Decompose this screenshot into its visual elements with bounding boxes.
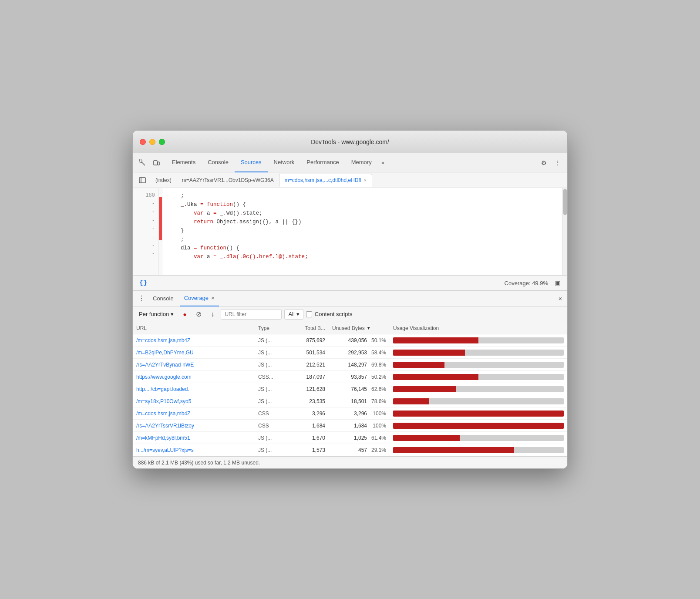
svg-rect-3	[158, 162, 159, 165]
tab-console[interactable]: Console	[202, 153, 235, 172]
row-viz	[390, 435, 567, 441]
panel-tab-console[interactable]: Console	[148, 291, 178, 306]
row-viz	[390, 374, 567, 380]
minimize-button[interactable]	[149, 139, 155, 145]
line-numbers: 180 - - - - - - -	[133, 188, 159, 275]
table-row[interactable]: http... /cb=gapi.loaded. JS (... 121,628…	[133, 383, 567, 395]
download-coverage-button[interactable]: ↓	[207, 309, 218, 320]
sidebar-toggle-icon[interactable]	[136, 174, 148, 186]
row-type: JS (...	[255, 398, 289, 404]
row-url: https://www.google.com	[133, 374, 255, 380]
line-num-blank6: -	[133, 242, 158, 250]
row-total: 212,521	[289, 362, 329, 368]
row-unused: 76,145 62.6%	[329, 386, 390, 392]
table-row[interactable]: https://www.google.com CSS... 187,097 93…	[133, 371, 567, 383]
header-type: Type	[255, 325, 289, 331]
svg-rect-0	[139, 160, 142, 162]
tab-sources[interactable]: Sources	[235, 153, 268, 172]
line-num-blank2: -	[133, 208, 158, 216]
status-text: 886 kB of 2.1 MB (43%) used so far, 1.2 …	[138, 460, 260, 466]
row-url: h.../m=syev,aLUfP?xjs=s	[133, 447, 255, 453]
maximize-button[interactable]	[159, 139, 165, 145]
row-unused: 148,297 69.8%	[329, 362, 390, 368]
file-tab-index[interactable]: (index)	[150, 174, 177, 187]
per-function-dropdown[interactable]: Per function ▾	[136, 310, 176, 319]
file-tab-rs[interactable]: rs=AA2YrTssrVR1...Obv1DSp-vWG36A	[177, 174, 279, 187]
panel-tab-coverage-close[interactable]: ×	[211, 295, 215, 301]
coverage-indicator	[159, 188, 162, 275]
type-filter-dropdown[interactable]: All ▾	[284, 309, 303, 320]
tab-more-button[interactable]: »	[378, 155, 388, 170]
line-num-blank4: -	[133, 225, 158, 233]
panel-close-icon[interactable]: ×	[557, 293, 564, 304]
file-tabs-bar: (index) rs=AA2YrTssrVR1...Obv1DSp-vWG36A…	[133, 172, 567, 188]
row-type: JS (...	[255, 447, 289, 453]
file-tab-close-icon[interactable]: ×	[363, 178, 366, 183]
code-line-1: ;	[168, 192, 557, 200]
clear-coverage-button[interactable]: ⊘	[193, 309, 204, 320]
row-type: JS (...	[255, 435, 289, 441]
panel-tabs-bar: ⋮ Console Coverage × ×	[133, 291, 567, 306]
table-row[interactable]: /m=B2qlPe,DhPYme,GU JS (... 501,534 292,…	[133, 347, 567, 359]
settings-icon[interactable]: ⚙	[538, 157, 550, 169]
line-num-blank7: -	[133, 250, 158, 258]
row-url: http... /cb=gapi.loaded.	[133, 386, 255, 392]
table-row[interactable]: /rs=AA2YrTssrVR1lBtzoy CSS 1,684 1,684 1…	[133, 420, 567, 432]
screenshot-icon[interactable]: ▣	[552, 277, 564, 289]
panel-tab-coverage[interactable]: Coverage ×	[180, 291, 219, 306]
svg-line-1	[142, 162, 145, 165]
content-scripts-checkbox-label[interactable]: Content scripts	[306, 311, 353, 317]
row-url: /m=cdos,hsm,jsa,mb4Z	[133, 411, 255, 417]
file-tab-m-cdos[interactable]: m=cdos,hsm,jsa,...c,dtl0hd,eHDfl ×	[279, 174, 372, 187]
table-row[interactable]: /m=kMFpHd,sy8l,bm51 JS (... 1,670 1,025 …	[133, 432, 567, 444]
table-row[interactable]: h.../m=syev,aLUfP?xjs=s JS (... 1,573 45…	[133, 444, 567, 456]
vertical-scrollbar[interactable]	[562, 188, 567, 275]
tab-memory[interactable]: Memory	[345, 153, 378, 172]
table-row[interactable]: /rs=AA2YrTvBynad-nWE JS (... 212,521 148…	[133, 359, 567, 371]
top-tabs-right-icons: ⚙ ⋮	[538, 157, 564, 169]
row-unused: 457 29.1%	[329, 447, 390, 453]
devtools-window: DevTools - www.google.com/	[132, 130, 568, 469]
close-button[interactable]	[140, 139, 146, 145]
header-total: Total B...	[289, 325, 329, 331]
row-viz	[390, 398, 567, 404]
row-viz	[390, 411, 567, 417]
row-viz	[390, 350, 567, 356]
table-row[interactable]: /m=sy18x,P10Owf,syo5 JS (... 23,535 18,5…	[133, 395, 567, 407]
row-url: /m=B2qlPe,DhPYme,GU	[133, 350, 255, 356]
traffic-lights	[140, 139, 165, 145]
url-filter-input[interactable]	[221, 309, 282, 320]
device-toggle-icon[interactable]	[150, 157, 162, 169]
row-type: JS (...	[255, 337, 289, 343]
table-row[interactable]: /m=cdos,hsm,jsa,mb4Z JS (... 875,692 439…	[133, 334, 567, 347]
inspect-element-icon[interactable]	[136, 157, 148, 169]
content-scripts-checkbox[interactable]	[306, 311, 312, 317]
panel-menu-icon[interactable]: ⋮	[136, 293, 147, 304]
table-header: URL Type Total B... Unused Bytes ▼ Usage…	[133, 322, 567, 334]
table-row[interactable]: /m=cdos,hsm,jsa,mb4Z CSS 3,296 3,296 100…	[133, 407, 567, 420]
row-unused: 439,056 50.1%	[329, 337, 390, 343]
row-unused: 93,857 50.2%	[329, 374, 390, 380]
format-button[interactable]: {}	[136, 277, 150, 289]
scrollbar-thumb[interactable]	[563, 189, 567, 215]
tab-elements[interactable]: Elements	[166, 153, 202, 172]
tab-list: Elements Console Sources Network Perform…	[166, 153, 538, 172]
row-url: /m=kMFpHd,sy8l,bm51	[133, 435, 255, 441]
tab-network[interactable]: Network	[268, 153, 301, 172]
row-url: /rs=AA2YrTssrVR1lBtzoy	[133, 423, 255, 429]
row-viz	[390, 337, 567, 343]
svg-rect-2	[154, 161, 157, 165]
devtools-menu-icon[interactable]: ⋮	[552, 157, 564, 169]
code-line-8: var a = _.dla(.0c().href.l@).state;	[168, 252, 557, 261]
row-total: 1,573	[289, 447, 329, 453]
code-line-6: ;	[168, 235, 557, 244]
panel-tabs-right: ×	[557, 293, 564, 304]
panel-tabs-left: ⋮ Console Coverage ×	[136, 291, 219, 306]
coverage-toolbar: Per function ▾ ● ⊘ ↓ All ▾ Content scrip…	[133, 306, 567, 322]
record-coverage-button[interactable]: ●	[179, 309, 190, 320]
title-bar: DevTools - www.google.com/	[133, 131, 567, 153]
tab-performance[interactable]: Performance	[300, 153, 345, 172]
row-type: JS (...	[255, 362, 289, 368]
code-line-3: var a = _.Wd().state;	[168, 209, 557, 218]
header-unused[interactable]: Unused Bytes ▼	[329, 325, 390, 331]
